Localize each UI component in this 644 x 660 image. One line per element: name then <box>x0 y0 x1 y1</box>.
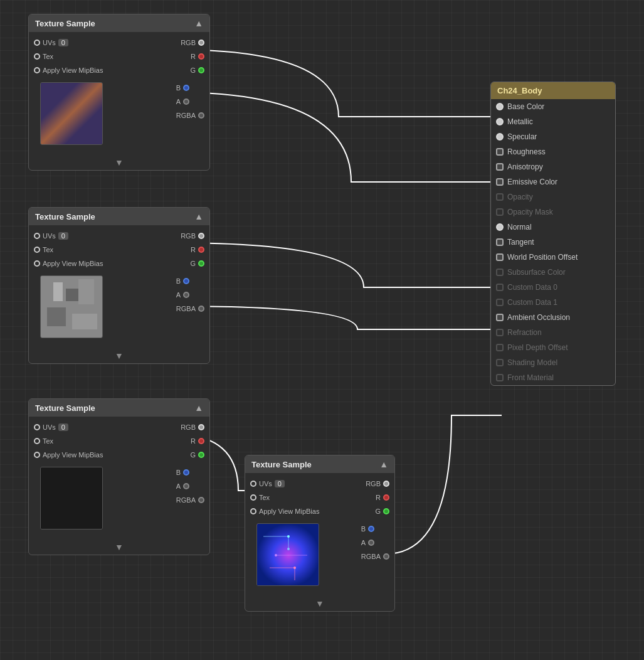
normal-pin <box>496 223 504 231</box>
rgba-label-1: RGBA <box>176 112 196 119</box>
a-pin-3 <box>183 483 189 489</box>
rgba-label-4: RGBA <box>361 553 381 560</box>
slot-metallic: Metallic <box>491 114 615 129</box>
b-pin-1 <box>183 85 189 91</box>
tex-label-1: Tex <box>43 53 53 60</box>
uvs-pin-4 <box>250 481 256 487</box>
g-label-3: G <box>190 451 196 459</box>
g-label-1: G <box>190 67 196 74</box>
r-label-4: R <box>376 494 381 501</box>
subsurface-label: Subsurface Color <box>507 268 566 277</box>
mipbias-row-4: Apply View MipBias G <box>245 504 394 518</box>
tex-row-2: Tex R <box>29 243 209 257</box>
specular-pin <box>496 133 504 141</box>
texture-node-1: Texture Sample ▲ UVs 0 RGB Tex R <box>28 14 210 171</box>
rgba-row-4: RGBA <box>361 550 389 563</box>
node-footer-2[interactable]: ▼ <box>29 348 209 363</box>
slot-custom0: Custom Data 0 <box>491 280 615 295</box>
uvs-row-4: UVs 0 RGB <box>245 477 394 491</box>
node-body-3: UVs 0 RGB Tex R Apply View MipBias <box>29 417 209 540</box>
a-label-3: A <box>176 482 181 490</box>
b-row-1: B <box>176 81 204 95</box>
r-pin-2 <box>198 247 204 253</box>
rgba-pin-4 <box>383 553 389 560</box>
custom0-label: Custom Data 0 <box>507 283 557 292</box>
rgba-pin-2 <box>198 306 204 312</box>
base-color-pin <box>496 103 504 110</box>
svg-point-16 <box>293 567 296 569</box>
uvs-pin-1 <box>34 40 40 46</box>
tex-label-2: Tex <box>43 246 53 253</box>
rgb-label-3: RGB <box>181 423 196 431</box>
material-slots: Base Color Metallic Specular Roughness A… <box>491 99 615 385</box>
specular-label: Specular <box>507 132 537 141</box>
slot-ao: Ambient Occlusion <box>491 310 615 325</box>
texture-node-4: Texture Sample ▲ UVs 0 RGB Tex R <box>245 455 395 612</box>
metallic-pin <box>496 118 504 125</box>
expand-icon-1: ▼ <box>115 157 124 168</box>
uvs-pin-2 <box>34 233 40 239</box>
tex-row-1: Tex R <box>29 50 209 63</box>
mipbias-row-2: Apply View MipBias G <box>29 257 209 270</box>
r-pin-1 <box>198 53 204 60</box>
node-footer-1[interactable]: ▼ <box>29 155 209 170</box>
a-pin-2 <box>183 292 189 298</box>
rgba-pin-1 <box>198 112 204 119</box>
node-title-2: Texture Sample <box>35 212 95 221</box>
g-pin-4 <box>383 508 389 514</box>
node-footer-3[interactable]: ▼ <box>29 540 209 555</box>
custom0-pin <box>496 284 504 291</box>
preview-1 <box>40 82 103 145</box>
custom1-pin <box>496 299 504 306</box>
opacity-mask-label: Opacity Mask <box>507 208 553 216</box>
rgba-pin-3 <box>198 497 204 503</box>
shading-pin <box>496 359 504 366</box>
tex-row-4: Tex R <box>245 491 394 504</box>
base-color-label: Base Color <box>507 102 544 111</box>
normal-label: Normal <box>507 223 532 232</box>
collapse-btn-3[interactable]: ▲ <box>194 403 203 413</box>
b-pin-4 <box>368 526 374 532</box>
slot-pixel-depth: Pixel Depth Offset <box>491 340 615 355</box>
node-title-4: Texture Sample <box>251 460 312 469</box>
texture-node-3: Texture Sample ▲ UVs 0 RGB Tex R <box>28 398 210 555</box>
preview-4 <box>256 523 319 586</box>
svg-rect-1 <box>53 282 63 301</box>
rgba-label-2: RGBA <box>176 305 196 312</box>
collapse-btn-1[interactable]: ▲ <box>194 18 203 28</box>
uvs-label-1: UVs <box>43 39 56 46</box>
collapse-btn-2[interactable]: ▲ <box>194 211 203 221</box>
custom1-label: Custom Data 1 <box>507 298 557 307</box>
svg-rect-5 <box>72 314 97 329</box>
collapse-btn-4[interactable]: ▲ <box>379 459 388 469</box>
slot-specular: Specular <box>491 129 615 144</box>
svg-rect-4 <box>47 307 66 326</box>
g-label-2: G <box>190 260 196 267</box>
node-title-3: Texture Sample <box>35 403 95 413</box>
uvs-badge-4: 0 <box>275 480 285 487</box>
b-label-2: B <box>176 277 181 285</box>
preview-2 <box>40 275 103 338</box>
rgb-label-1: RGB <box>181 39 196 46</box>
r-label-2: R <box>191 246 196 253</box>
metallic-label: Metallic <box>507 117 533 126</box>
mip-pin-4 <box>250 508 256 514</box>
opacity-label: Opacity <box>507 193 533 201</box>
g-pin-2 <box>198 260 204 267</box>
uvs-badge-2: 0 <box>58 232 68 240</box>
g-pin-1 <box>198 67 204 73</box>
tex-pin-3 <box>34 438 40 444</box>
a-row-1: A <box>176 95 204 109</box>
uvs-row-1: UVs 0 RGB <box>29 36 209 50</box>
node-footer-4[interactable]: ▼ <box>245 596 394 611</box>
node-header-3: Texture Sample ▲ <box>29 399 209 417</box>
uvs-label-2: UVs <box>43 232 56 240</box>
slot-custom1: Custom Data 1 <box>491 295 615 310</box>
shading-label: Shading Model <box>507 358 557 367</box>
uvs-label-4: UVs <box>259 480 272 487</box>
anisotropy-label: Anisotropy <box>507 162 543 171</box>
node-header-2: Texture Sample ▲ <box>29 208 209 225</box>
slot-tangent: Tangent <box>491 235 615 250</box>
preview-3 <box>40 467 103 530</box>
a-pin-1 <box>183 98 189 105</box>
